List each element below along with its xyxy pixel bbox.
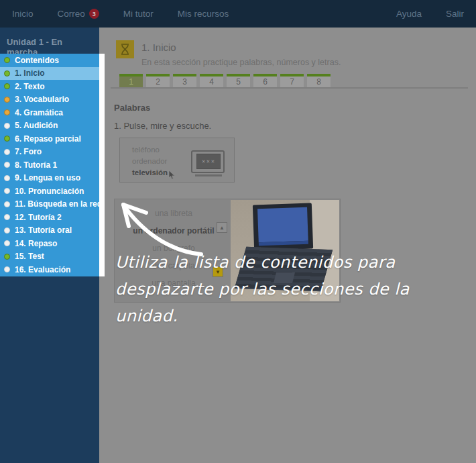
sidebar-item-pronunciacion[interactable]: 10. Pronunciación xyxy=(0,185,99,198)
status-bullet xyxy=(4,83,10,89)
sidebar-item-label: 7. Foro xyxy=(15,147,42,156)
sidebar-item-label: 9. Lengua en uso xyxy=(15,173,80,183)
tv-illustration: ✕✕✕ xyxy=(191,150,225,173)
mail-count-badge: 3 xyxy=(89,9,99,19)
nav-mi-tutor[interactable]: Mi tutor xyxy=(111,0,166,28)
status-bullet xyxy=(4,97,10,103)
tutorial-hint-line-1: Utiliza la lista de contenidos para xyxy=(115,249,476,276)
sidebar-item-label: 15. Test xyxy=(15,252,44,261)
tab-page-8[interactable]: 8 xyxy=(307,74,331,87)
nav-inicio[interactable]: Inicio xyxy=(0,0,46,28)
sidebar-item-vocabulario[interactable]: 3. Vocabulario xyxy=(0,93,99,107)
status-bullet xyxy=(4,201,10,207)
sidebar-item-test[interactable]: 15. Test xyxy=(0,250,99,264)
sidebar-item-repaso-parcial[interactable]: 6. Repaso parcial xyxy=(0,132,99,146)
sidebar-item-label: 13. Tutoría oral xyxy=(15,225,72,235)
word-list-1: teléfono ordenador televisión xyxy=(132,146,168,176)
tab-page-7[interactable]: 7 xyxy=(280,74,304,87)
sidebar-item-inicio[interactable]: 1. Inicio xyxy=(0,67,99,81)
tab-page-6[interactable]: 6 xyxy=(253,74,277,87)
sidebar-item-lengua-en-uso[interactable]: 9. Lengua en uso xyxy=(0,172,99,185)
status-bullet xyxy=(4,240,10,246)
status-bullet xyxy=(4,254,10,260)
sidebar-item-repaso[interactable]: 14. Repaso xyxy=(0,237,99,250)
status-bullet xyxy=(4,136,10,142)
sidebar-item-texto[interactable]: 2. Texto xyxy=(0,80,99,93)
sidebar-item-tutoria-2[interactable]: 12. Tutoría 2 xyxy=(0,211,99,224)
sidebar-item-label: 2. Texto xyxy=(15,82,44,91)
nav-inicio-label: Inicio xyxy=(12,9,34,19)
nav-salir[interactable]: Salir xyxy=(434,0,476,28)
tv-screen: ✕✕✕ xyxy=(196,154,221,169)
sidebar-item-tutoria-oral[interactable]: 13. Tutoría oral xyxy=(0,224,99,238)
main-content: 1. Inicio En esta sección practique pala… xyxy=(99,28,476,463)
tab-page-4[interactable]: 4 xyxy=(200,74,223,87)
laptop-screen xyxy=(253,203,313,250)
word-una-libreta[interactable]: una libreta xyxy=(155,209,192,218)
status-bullet xyxy=(4,149,10,155)
word-ordenador[interactable]: ordenador xyxy=(132,157,168,165)
tutorial-hint-line-2: desplazarte por las secciones de la unid… xyxy=(115,276,476,329)
status-bullet xyxy=(4,109,10,115)
section-header: 1. Inicio En esta sección practique pala… xyxy=(116,40,341,67)
section-header-text: 1. Inicio En esta sección practique pala… xyxy=(141,40,341,67)
page-tabs: 1 2 3 4 5 6 7 8 xyxy=(119,74,331,87)
tab-page-2[interactable]: 2 xyxy=(146,74,170,87)
tab-page-1[interactable]: 1 xyxy=(119,74,143,87)
status-bullet xyxy=(4,175,10,181)
status-bullet xyxy=(4,214,10,220)
status-bullet xyxy=(4,162,10,168)
nav-mis-recursos[interactable]: Mis recursos xyxy=(166,0,241,28)
nav-mis-recursos-label: Mis recursos xyxy=(178,9,229,19)
tv-base xyxy=(195,174,222,176)
nav-correo[interactable]: Correo 3 xyxy=(46,0,111,28)
top-navigation: Inicio Correo 3 Mi tutor Mis recursos Ay… xyxy=(0,0,476,28)
sidebar-item-evaluacion[interactable]: 16. Evaluación xyxy=(0,263,99,276)
sidebar-item-foro[interactable]: 7. Foro xyxy=(0,146,99,159)
sidebar-item-gramatica[interactable]: 4. Gramática xyxy=(0,106,99,119)
arrow-up-icon: ▲ xyxy=(219,225,225,231)
sidebar: Unidad 1 - En marcha Contenidos 1. Inici… xyxy=(0,28,99,463)
nav-ayuda[interactable]: Ayuda xyxy=(384,0,434,28)
sidebar-item-label: 4. Gramática xyxy=(15,108,63,117)
scroll-up-button[interactable]: ▲ xyxy=(217,222,227,233)
word-exercise-box-1: teléfono ordenador televisión ✕✕✕ xyxy=(119,138,235,183)
nav-mi-tutor-label: Mi tutor xyxy=(123,9,154,19)
tutorial-hint-text: Utiliza la lista de contenidos para desp… xyxy=(115,249,476,329)
sidebar-item-label: 8. Tutoría 1 xyxy=(15,160,57,170)
contents-menu: Contenidos 1. Inicio 2. Texto 3. Vocabul… xyxy=(0,54,99,276)
sidebar-item-label: 1. Inicio xyxy=(15,68,45,78)
exercise-heading: Palabras xyxy=(114,103,150,113)
sidebar-item-label: 6. Repaso parcial xyxy=(15,134,81,144)
section-subtitle: En esta sección practique palabras, núme… xyxy=(141,58,341,67)
nav-ayuda-label: Ayuda xyxy=(396,9,422,19)
status-bullet xyxy=(4,227,10,234)
section-title: 1. Inicio xyxy=(141,40,341,53)
laptop-display xyxy=(257,207,308,243)
word-television[interactable]: televisión xyxy=(132,168,168,176)
sidebar-item-label: 12. Tutoría 2 xyxy=(15,213,62,222)
tabs-divider xyxy=(111,87,468,89)
status-bullet xyxy=(4,266,10,272)
status-bullet xyxy=(4,70,10,76)
word-un-ordenador-portatil[interactable]: un ordenador portátil xyxy=(133,226,214,236)
sidebar-item-label: 3. Vocabulario xyxy=(15,95,69,104)
sidebar-item-label: 11. Búsqueda en la red xyxy=(15,199,102,209)
tab-page-5[interactable]: 5 xyxy=(227,74,250,87)
mouse-cursor-icon xyxy=(168,170,176,183)
status-bullet xyxy=(4,123,10,129)
hourglass-icon xyxy=(116,40,134,58)
sidebar-item-label: 10. Pronunciación xyxy=(15,187,84,196)
sidebar-item-audicion[interactable]: 5. Audición xyxy=(0,119,99,133)
sidebar-item-label: 16. Evaluación xyxy=(15,265,70,274)
sidebar-item-label: Contenidos xyxy=(15,56,59,65)
sidebar-item-contenidos[interactable]: Contenidos xyxy=(0,54,99,67)
tab-page-3[interactable]: 3 xyxy=(173,74,196,87)
nav-correo-label: Correo xyxy=(58,9,85,19)
sidebar-item-tutoria-1[interactable]: 8. Tutoría 1 xyxy=(0,158,99,172)
word-telefono[interactable]: teléfono xyxy=(132,146,168,154)
status-bullet xyxy=(4,57,10,63)
sidebar-item-label: 14. Repaso xyxy=(15,239,57,248)
exercise-instruction: 1. Pulse, mire y escuche. xyxy=(114,121,211,131)
sidebar-item-busqueda-en-la-red[interactable]: 11. Búsqueda en la red xyxy=(0,198,99,211)
